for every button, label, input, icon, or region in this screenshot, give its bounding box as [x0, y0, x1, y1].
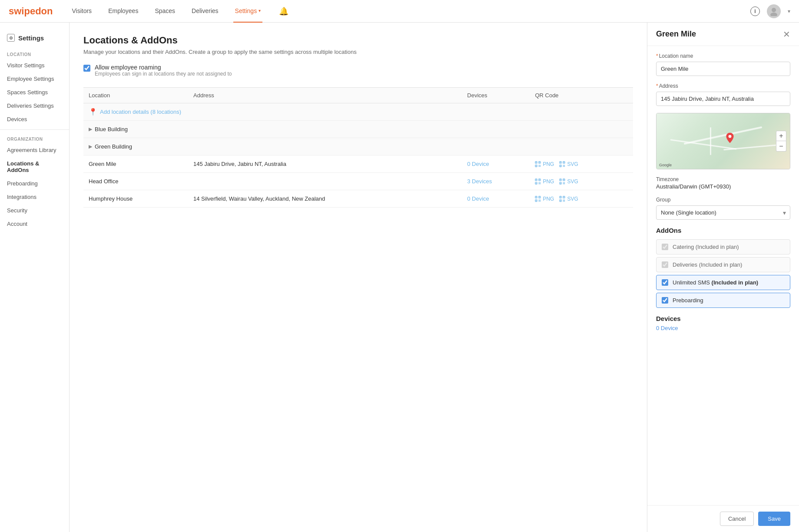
- right-panel-body: * Location name * Address: [647, 46, 799, 505]
- locations-table: Location Address Devices QR Code 📍 Add l…: [83, 87, 633, 208]
- save-button[interactable]: Save: [758, 512, 790, 526]
- qr-svg-btn[interactable]: SVG: [559, 161, 578, 167]
- nav-settings[interactable]: Settings ▾: [233, 0, 263, 23]
- devices-section: Devices 0 Device: [656, 315, 790, 331]
- add-location-link[interactable]: 📍 Add location details (8 locations): [89, 108, 628, 116]
- expand-blue-building[interactable]: ▶ Blue Building: [89, 126, 628, 132]
- svg-rect-15: [564, 162, 564, 163]
- svg-rect-50: [539, 201, 540, 202]
- allow-roaming-row: Allow employee roaming Employees can sig…: [83, 64, 633, 77]
- logo: swipedon: [9, 6, 53, 17]
- qr-svg-btn-office[interactable]: SVG: [559, 178, 578, 185]
- sidebar-item-integrations[interactable]: Integrations: [0, 190, 69, 204]
- cancel-button[interactable]: Cancel: [720, 512, 754, 526]
- qr-png-btn-office[interactable]: PNG: [535, 178, 554, 185]
- allow-roaming-checkbox[interactable]: [83, 65, 90, 72]
- nav-right: i ▾: [750, 4, 790, 18]
- row-devices-head-office[interactable]: 3 Devices: [467, 178, 492, 185]
- right-panel-title: Green Mile: [656, 30, 696, 39]
- sidebar-item-spaces-settings[interactable]: Spaces Settings: [0, 86, 69, 99]
- row-name-green-mile: Green Mile: [83, 155, 188, 173]
- nav-deliveries[interactable]: Deliveries: [190, 0, 220, 23]
- nav-settings-label: Settings: [235, 7, 257, 14]
- addon-sms-bold: (Included in plan): [712, 279, 759, 286]
- addon-deliveries-checkbox[interactable]: [662, 261, 668, 268]
- table-row: ▶ Green Building: [83, 138, 633, 155]
- sidebar-divider: [0, 129, 69, 130]
- svg-rect-59: [564, 199, 565, 200]
- sidebar-item-devices[interactable]: Devices: [0, 112, 69, 126]
- info-icon[interactable]: i: [750, 7, 760, 16]
- addon-preboarding: Preboarding: [656, 293, 790, 308]
- nav-spaces[interactable]: Spaces: [153, 0, 177, 23]
- logo-accent: swipe: [9, 6, 35, 17]
- sidebar-item-account[interactable]: Account: [0, 217, 69, 231]
- svg-label: SVG: [567, 196, 578, 202]
- group-select[interactable]: None (Single location) Blue Building Gre…: [656, 205, 790, 220]
- group-label: Group: [656, 197, 790, 203]
- avatar[interactable]: [767, 4, 781, 18]
- sidebar-item-employee-settings[interactable]: Employee Settings: [0, 72, 69, 86]
- qr-btns-head-office: PNG SVG: [535, 178, 628, 185]
- page-title: Locations & AddOns: [83, 35, 633, 46]
- addon-deliveries-label: Deliveries (Included in plan): [673, 261, 742, 268]
- row-devices-humphrey[interactable]: 0 Device: [467, 195, 489, 202]
- addon-catering-checkbox[interactable]: [662, 244, 668, 250]
- nav-notification-icon[interactable]: 🔔: [279, 7, 288, 16]
- table-row: Head Office 3 Devices PNG SVG: [83, 173, 633, 190]
- addon-sms-checkbox[interactable]: [662, 279, 668, 286]
- nav-visitors[interactable]: Visitors: [70, 0, 93, 23]
- svg-rect-53: [560, 197, 561, 198]
- svg-rect-20: [563, 166, 564, 167]
- sidebar-item-locations-addons[interactable]: Locations & AddOns: [0, 157, 69, 177]
- svg-rect-3: [536, 162, 537, 163]
- row-address-humphrey: 14 Silverfield, Wairau Valley, Auckland,…: [188, 190, 462, 208]
- group-field: Group None (Single location) Blue Buildi…: [656, 197, 790, 220]
- map-zoom-in[interactable]: +: [776, 131, 786, 141]
- sidebar-item-agreements-library[interactable]: Agreements Library: [0, 143, 69, 157]
- location-name-input[interactable]: [656, 62, 790, 76]
- allow-roaming-text: Allow employee roaming Employees can sig…: [95, 64, 232, 77]
- png-label: PNG: [543, 196, 554, 202]
- addon-preboarding-checkbox[interactable]: [662, 297, 668, 304]
- nav-employees[interactable]: Employees: [106, 0, 140, 23]
- sidebar-item-deliveries-settings[interactable]: Deliveries Settings: [0, 99, 69, 112]
- address-input[interactable]: [656, 92, 790, 106]
- right-panel: Green Mile ✕ * Location name * Address: [647, 23, 799, 532]
- qr-png-btn-humphrey[interactable]: PNG: [535, 196, 554, 202]
- map-footer: Google: [659, 163, 672, 167]
- map-zoom-out[interactable]: −: [776, 141, 786, 152]
- png-label: PNG: [543, 161, 554, 167]
- map-pin: [725, 132, 735, 144]
- right-panel-footer: Cancel Save: [647, 505, 799, 532]
- location-name-field: * Location name: [656, 53, 790, 76]
- devices-title: Devices: [656, 315, 790, 322]
- svg-point-1: [770, 13, 777, 16]
- svg-rect-51: [540, 201, 541, 202]
- png-label: PNG: [543, 178, 554, 185]
- map-container: + − Google: [656, 113, 790, 169]
- svg-rect-33: [560, 179, 561, 180]
- allow-roaming-subtitle: Employees can sign in at locations they …: [95, 71, 232, 77]
- location-name-label-text: Location name: [659, 53, 693, 59]
- row-devices-green-mile[interactable]: 0 Device: [467, 161, 489, 167]
- qr-svg-btn-humphrey[interactable]: SVG: [559, 196, 578, 202]
- sidebar-item-security[interactable]: Security: [0, 204, 69, 217]
- group-name: Green Building: [95, 143, 132, 150]
- svg-rect-28: [539, 182, 540, 183]
- row-address-head-office: [188, 173, 462, 190]
- svg-rect-45: [539, 197, 540, 198]
- timezone-label: Timezone: [656, 176, 790, 182]
- close-button[interactable]: ✕: [783, 30, 790, 39]
- right-panel-header: Green Mile ✕: [647, 23, 799, 46]
- expand-green-building[interactable]: ▶ Green Building: [89, 143, 628, 150]
- group-name: Blue Building: [95, 126, 128, 132]
- location-name-label: * Location name: [656, 53, 790, 59]
- svg-point-62: [728, 135, 731, 138]
- svg-rect-43: [536, 197, 537, 198]
- sidebar-item-visitor-settings[interactable]: Visitor Settings: [0, 59, 69, 72]
- qr-png-btn[interactable]: PNG: [535, 161, 554, 167]
- sidebar-item-preboarding[interactable]: Preboarding: [0, 177, 69, 190]
- addon-sms-label: Unlimited SMS (Included in plan): [673, 279, 758, 286]
- devices-count-link[interactable]: 0 Device: [656, 325, 790, 331]
